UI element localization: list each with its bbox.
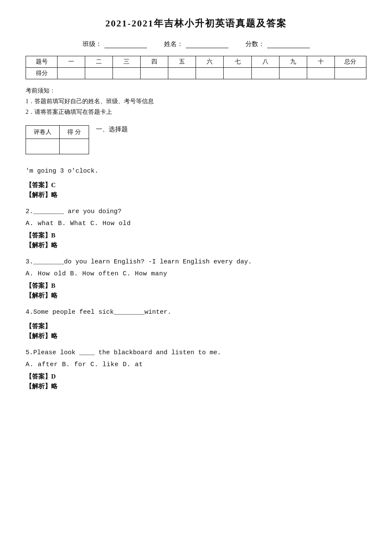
question-analysis: 【解析】略: [26, 382, 366, 390]
question-block: 4.Some people feel sick________winter.【答…: [26, 306, 366, 340]
question-analysis: 【解析】略: [26, 191, 366, 199]
score-data-cell: [279, 68, 307, 79]
question-analysis: 【解析】略: [26, 241, 366, 249]
score-header-cell: 十: [307, 56, 334, 68]
question-options: A. How old B. How often C. How many: [26, 270, 366, 278]
score-data-cell: [168, 68, 196, 79]
grader-table: 评卷人 得 分: [26, 125, 89, 154]
student-info: 班级： 姓名： 分数：: [26, 40, 366, 48]
question-answer: 【答案】C: [26, 181, 366, 189]
score-header-cell: 七: [224, 56, 251, 68]
grader-empty-col1: [26, 139, 60, 154]
grader-section: 评卷人 得 分 一、选择题: [26, 125, 366, 158]
page-title: 2021-2021年吉林小升初英语真题及答案: [26, 17, 366, 30]
grader-empty-row: [26, 139, 89, 154]
question-options: A. after B. for C. like D. at: [26, 361, 366, 368]
score-header-cell: 九: [279, 56, 307, 68]
grader-header-row: 评卷人 得 分: [26, 125, 89, 139]
score-header-cell: 题号: [26, 56, 58, 68]
question-block: 3.________do you learn English? -I learn…: [26, 256, 366, 300]
question-text: 4.Some people feel sick________winter.: [26, 306, 366, 318]
notice: 考前须知： 1．答题前填写好自己的姓名、班级、考号等信息2．请将答案正确填写在答…: [26, 85, 366, 118]
question-answer: 【答案】D: [26, 373, 366, 381]
score-header-cell: 四: [141, 56, 168, 68]
question-text: 5.Please look ____ the blackboard and li…: [26, 347, 366, 358]
score-data-cell: 得分: [26, 68, 58, 79]
score-header-cell: 六: [196, 56, 224, 68]
name-label: 姓名：: [164, 40, 183, 48]
score-header-cell: 三: [113, 56, 141, 68]
section-label: 一、选择题: [96, 125, 128, 133]
question-answer: 【答案】: [26, 322, 366, 330]
question-answer: 【答案】B: [26, 282, 366, 290]
notice-item: 1．答题前填写好自己的姓名、班级、考号等信息: [26, 96, 366, 107]
score-data-cell: [196, 68, 224, 79]
class-label: 班级：: [83, 40, 102, 48]
question-text: 3.________do you learn English? -I learn…: [26, 256, 366, 268]
score-header-cell: 五: [168, 56, 196, 68]
grader-col2: 得 分: [60, 125, 89, 139]
questions-container: 'm going 3 o'clock.【答案】C【解析】略2.________ …: [26, 165, 366, 390]
question-block: 2.________ are you doing?A. what B. What…: [26, 206, 366, 249]
score-header-cell: 总分: [334, 56, 366, 68]
score-data-cell: [251, 68, 279, 79]
score-header-cell: 八: [251, 56, 279, 68]
question-analysis: 【解析】略: [26, 292, 366, 300]
score-data-cell: [334, 68, 366, 79]
score-field: 分数：: [245, 40, 310, 48]
class-underline: [104, 40, 147, 48]
score-data-cell: [113, 68, 141, 79]
score-label: 分数：: [245, 40, 265, 48]
notice-item: 2．请将答案正确填写在答题卡上: [26, 107, 366, 117]
name-field: 姓名：: [164, 40, 228, 48]
score-data-cell: [58, 68, 85, 79]
grader-col1: 评卷人: [26, 125, 60, 139]
question-block: 'm going 3 o'clock.【答案】C【解析】略: [26, 165, 366, 199]
score-data-cell: [85, 68, 113, 79]
score-data-cell: [224, 68, 251, 79]
score-underline: [267, 40, 310, 48]
question-block: 5.Please look ____ the blackboard and li…: [26, 347, 366, 390]
question-options: A. what B. What C. How old: [26, 220, 366, 227]
score-header-cell: 一: [58, 56, 85, 68]
notice-title: 考前须知：: [26, 85, 366, 96]
question-text: 2.________ are you doing?: [26, 206, 366, 217]
score-header-cell: 二: [85, 56, 113, 68]
score-data-cell: [141, 68, 168, 79]
question-answer: 【答案】B: [26, 231, 366, 240]
class-field: 班级：: [83, 40, 147, 48]
question-analysis: 【解析】略: [26, 332, 366, 340]
grader-empty-col2: [60, 139, 89, 154]
score-data-cell: [307, 68, 334, 79]
score-table: 题号一二三四五六七八九十总分得分: [26, 56, 366, 79]
question-text: 'm going 3 o'clock.: [26, 165, 366, 177]
name-underline: [186, 40, 228, 48]
